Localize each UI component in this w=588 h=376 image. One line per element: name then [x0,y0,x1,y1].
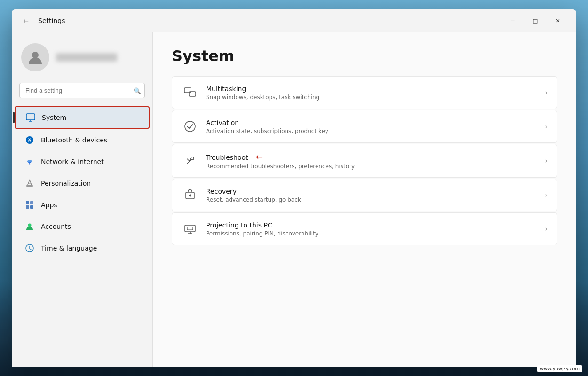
projecting-title: Projecting to this PC [206,221,537,229]
window-controls: ─ □ ✕ [502,13,569,28]
sidebar-item-accounts[interactable]: Accounts [15,216,150,237]
sidebar-label-time: Time & language [41,244,97,252]
activation-title: Activation [206,119,537,126]
multitasking-title: Multitasking [206,85,537,93]
troubleshoot-text: Troubleshoot ←──────── Recommended troub… [206,152,537,170]
search-input[interactable] [19,83,145,98]
content-area: System Multitasking Snap windows, deskto… [153,32,576,367]
svg-point-3 [29,164,31,165]
troubleshoot-chevron: › [545,157,548,164]
title-bar: ← Settings ─ □ ✕ [12,9,576,32]
sidebar-item-time[interactable]: Time & language [15,238,150,258]
sidebar-item-network[interactable]: Network & internet [15,151,150,172]
svg-point-9 [28,224,32,227]
maximize-button[interactable]: □ [524,13,546,28]
sidebar-item-personalization[interactable]: Personalization [15,173,150,194]
sidebar: 🔍 System Bluet [12,32,153,367]
user-profile [12,32,152,81]
troubleshoot-icon [182,152,199,169]
svg-rect-6 [30,201,33,204]
setting-item-troubleshoot[interactable]: Troubleshoot ←──────── Recommended troub… [172,144,557,178]
sidebar-label-network: Network & internet [41,158,104,165]
sidebar-label-system: System [42,114,66,121]
user-name [56,53,117,62]
sidebar-label-accounts: Accounts [41,223,71,230]
apps-icon [24,199,35,211]
settings-window: ← Settings ─ □ ✕ [12,9,576,367]
svg-point-2 [26,136,33,144]
projecting-chevron: › [545,225,548,233]
search-box: 🔍 [19,83,145,98]
multitasking-chevron: › [545,89,548,96]
svg-point-0 [32,52,39,58]
network-icon [24,156,35,167]
back-button[interactable]: ← [19,14,32,27]
page-title: System [172,47,557,65]
projecting-icon [182,220,199,237]
troubleshoot-title: Troubleshoot ←──────── [206,152,537,162]
svg-rect-5 [26,201,29,204]
personalization-icon [24,178,35,189]
activation-icon [182,118,199,135]
settings-list: Multitasking Snap windows, desktops, tas… [172,76,557,245]
sidebar-item-bluetooth[interactable]: Bluetooth & devices [15,130,150,150]
search-icon[interactable]: 🔍 [134,87,141,94]
recovery-text: Recovery Reset, advanced startup, go bac… [206,188,537,203]
svg-rect-4 [26,185,33,187]
svg-rect-8 [30,205,33,209]
sidebar-label-personalization: Personalization [41,180,91,187]
setting-item-activation[interactable]: Activation Activation state, subscriptio… [172,110,557,143]
bluetooth-icon [24,134,35,146]
watermark-badge: www.yowjzy.com [537,365,582,372]
projecting-desc: Permissions, pairing PIN, discoverabilit… [206,230,537,237]
multitasking-icon [182,84,199,101]
sidebar-label-apps: Apps [41,201,57,209]
window-title: Settings [38,17,65,24]
recovery-title: Recovery [206,188,537,195]
svg-rect-16 [185,225,195,232]
title-bar-left: ← Settings [19,14,65,27]
recovery-icon [182,187,199,204]
monitor-icon [25,112,36,123]
activation-desc: Activation state, subscriptions, product… [206,128,537,134]
main-layout: 🔍 System Bluet [12,32,576,367]
setting-item-recovery[interactable]: Recovery Reset, advanced startup, go bac… [172,179,557,212]
activation-text: Activation Activation state, subscriptio… [206,119,537,134]
multitasking-desc: Snap windows, desktops, task switching [206,94,537,101]
setting-item-multitasking[interactable]: Multitasking Snap windows, desktops, tas… [172,76,557,109]
svg-rect-17 [187,227,193,230]
close-button[interactable]: ✕ [547,13,569,28]
recovery-desc: Reset, advanced startup, go back [206,196,537,203]
svg-rect-1 [26,114,35,120]
recovery-chevron: › [545,191,548,199]
sidebar-item-apps[interactable]: Apps [15,195,150,215]
accounts-icon [24,221,35,232]
projecting-text: Projecting to this PC Permissions, pairi… [206,221,537,237]
red-arrow-annotation: ←──────── [256,152,304,162]
activation-chevron: › [545,123,548,130]
sidebar-label-bluetooth: Bluetooth & devices [41,136,107,144]
svg-point-13 [185,121,195,132]
minimize-button[interactable]: ─ [502,13,524,28]
svg-point-14 [191,157,194,160]
watermark: www.yowjzy.com [537,365,582,372]
sidebar-item-system[interactable]: System [15,106,150,129]
troubleshoot-desc: Recommended troubleshooters, preferences… [206,163,537,170]
svg-rect-7 [26,205,29,209]
avatar [21,43,49,71]
time-icon [24,243,35,254]
setting-item-projecting[interactable]: Projecting to this PC Permissions, pairi… [172,212,557,245]
multitasking-text: Multitasking Snap windows, desktops, tas… [206,85,537,101]
